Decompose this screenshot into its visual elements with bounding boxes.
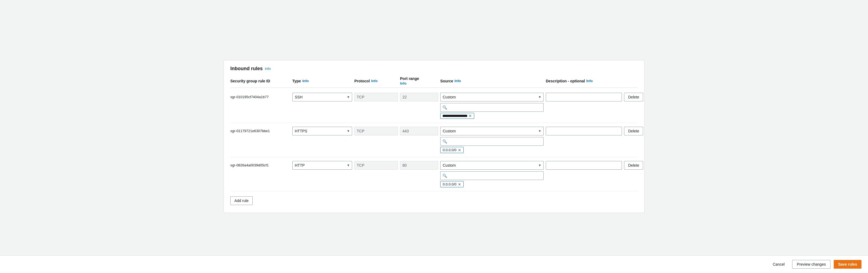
cidr-input-area-2: 🔍 0.0.0.0/0 ✕ (440, 137, 544, 153)
cidr-tag-3: 0.0.0.0/0 ✕ (440, 181, 464, 187)
description-input-2[interactable] (546, 127, 622, 135)
source-select-1[interactable]: Custom Anywhere-IPv4 Anywhere-IPv6 My IP (440, 93, 544, 101)
save-rules-button[interactable]: Save rules (834, 260, 862, 269)
delete-button-3[interactable]: Delete (624, 161, 643, 170)
protocol-field-2: TCP (354, 127, 398, 135)
cidr-tag-2: 0.0.0.0/0 ✕ (440, 147, 464, 153)
cidr-search-input-2[interactable] (440, 137, 544, 146)
cidr-search-input-1[interactable] (440, 103, 544, 112)
delete-cell-2: Delete (624, 127, 657, 135)
table-header: Security group rule ID Type Info Protoco… (230, 77, 638, 88)
cidr-tag-close-1[interactable]: ✕ (468, 114, 472, 118)
col-header-source: Source Info (440, 77, 544, 85)
source-select-wrapper-3: Custom Anywhere-IPv4 Anywhere-IPv6 My IP… (440, 161, 544, 170)
description-cell-1 (546, 93, 622, 101)
preview-changes-button[interactable]: Preview changes (792, 260, 831, 269)
type-select-wrapper-2: HTTPS HTTP SSH Custom TCP Custom UDP All… (292, 127, 352, 135)
port-field-3: 80 (400, 161, 438, 170)
type-select-2[interactable]: HTTPS HTTP SSH Custom TCP Custom UDP All… (292, 127, 352, 135)
cidr-tag-1: ✕ (440, 113, 474, 119)
cidr-search-wrapper-3: 🔍 (440, 171, 544, 180)
source-info-link[interactable]: Info (455, 79, 461, 83)
protocol-field-1: TCP (354, 93, 398, 101)
description-cell-3 (546, 161, 622, 170)
type-select-1[interactable]: SSH HTTP HTTPS Custom TCP Custom UDP All… (292, 93, 352, 101)
delete-button-1[interactable]: Delete (624, 93, 643, 101)
col-header-actions (624, 77, 657, 85)
protocol-field-3: TCP (354, 161, 398, 170)
cidr-tag-value-3: 0.0.0.0/0 (443, 182, 457, 186)
type-select-wrapper-3: HTTP HTTPS SSH Custom TCP Custom UDP All… (292, 161, 352, 170)
source-col-1: Custom Anywhere-IPv4 Anywhere-IPv6 My IP… (440, 93, 544, 119)
delete-cell-1: Delete (624, 93, 657, 101)
table-row: sgr-01179721e6307bbe1 HTTPS HTTP SSH Cus… (230, 123, 638, 157)
source-select-wrapper-1: Custom Anywhere-IPv4 Anywhere-IPv6 My IP… (440, 93, 544, 101)
source-select-wrapper-2: Custom Anywhere-IPv4 Anywhere-IPv6 My IP… (440, 127, 544, 135)
description-input-3[interactable] (546, 161, 622, 170)
rule-id-1: sgr-010195cf7404a1b77 (230, 93, 290, 99)
cidr-search-wrapper-1: 🔍 (440, 103, 544, 112)
cidr-tag-close-3[interactable]: ✕ (458, 182, 461, 186)
cidr-tag-value-2: 0.0.0.0/0 (443, 148, 457, 152)
cidr-input-area-1: 🔍 ✕ (440, 103, 544, 119)
cidr-search-input-3[interactable] (440, 171, 544, 180)
cidr-input-area-3: 🔍 0.0.0.0/0 ✕ (440, 171, 544, 187)
port-info-link[interactable]: Info (400, 81, 406, 85)
inbound-rules-card: Inbound rules Info Security group rule I… (223, 60, 645, 213)
port-field-2: 443 (400, 127, 438, 135)
description-cell-2 (546, 127, 622, 135)
col-header-port: Port range Info (400, 77, 438, 85)
redacted-bar-1 (443, 115, 467, 117)
type-select-3[interactable]: HTTP HTTPS SSH Custom TCP Custom UDP All… (292, 161, 352, 170)
rule-id-3: sgr-0826a4a0039d05cf1 (230, 161, 290, 167)
source-select-row-3: Custom Anywhere-IPv4 Anywhere-IPv6 My IP… (440, 161, 544, 170)
cidr-tag-close-2[interactable]: ✕ (458, 148, 461, 152)
col-header-rule-id: Security group rule ID (230, 77, 290, 85)
port-field-1: 22 (400, 93, 438, 101)
source-select-row-2: Custom Anywhere-IPv4 Anywhere-IPv6 My IP… (440, 127, 544, 135)
add-rule-button[interactable]: Add rule (230, 196, 253, 205)
source-select-2[interactable]: Custom Anywhere-IPv4 Anywhere-IPv6 My IP (440, 127, 544, 135)
title-info-link[interactable]: Info (265, 67, 271, 71)
description-info-link[interactable]: Info (586, 79, 593, 83)
description-input-1[interactable] (546, 93, 622, 101)
source-col-3: Custom Anywhere-IPv4 Anywhere-IPv6 My IP… (440, 161, 544, 187)
cancel-button[interactable]: Cancel (769, 260, 789, 269)
card-title-row: Inbound rules Info (230, 66, 638, 71)
table-row: sgr-010195cf7404a1b77 SSH HTTP HTTPS Cus… (230, 89, 638, 123)
source-select-3[interactable]: Custom Anywhere-IPv4 Anywhere-IPv6 My IP (440, 161, 544, 170)
delete-button-2[interactable]: Delete (624, 127, 643, 135)
rule-id-2: sgr-01179721e6307bbe1 (230, 127, 290, 133)
type-select-wrapper-1: SSH HTTP HTTPS Custom TCP Custom UDP All… (292, 93, 352, 101)
col-header-type: Type Info (292, 77, 352, 85)
type-info-link[interactable]: Info (302, 79, 309, 83)
protocol-info-link[interactable]: Info (371, 79, 378, 83)
footer-bar: Cancel Preview changes Save rules (0, 255, 868, 273)
source-select-row-1: Custom Anywhere-IPv4 Anywhere-IPv6 My IP… (440, 93, 544, 101)
table-row: sgr-0826a4a0039d05cf1 HTTP HTTPS SSH Cus… (230, 157, 638, 191)
col-header-protocol: Protocol Info (354, 77, 398, 85)
source-col-2: Custom Anywhere-IPv4 Anywhere-IPv6 My IP… (440, 127, 544, 153)
cidr-search-wrapper-2: 🔍 (440, 137, 544, 146)
delete-cell-3: Delete (624, 161, 657, 170)
card-title: Inbound rules (230, 66, 263, 71)
col-header-description: Description - optional Info (546, 77, 622, 85)
